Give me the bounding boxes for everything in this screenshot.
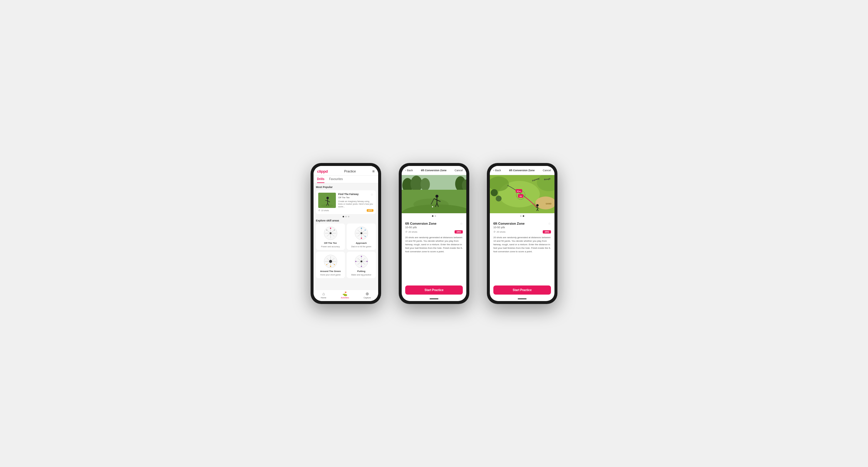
drill-range: 10-50 yds [405,226,436,229]
hero-photo [402,175,466,213]
nav-home[interactable]: ⌂ Home [321,291,327,299]
svg-point-61 [361,261,362,262]
phone2-detail-body: 6ft Conversion Zone 10-50 yds ☆ ⏱ 20 sho… [402,219,466,283]
svg-point-78 [432,206,433,207]
hero-photo-inner [402,175,466,213]
start-practice-button[interactable]: Start Practice [405,286,463,295]
menu-icon[interactable]: ≡ [372,169,375,174]
skill-around-the-green[interactable]: Around The Green Hone your short game [316,252,345,278]
nav-activities[interactable]: ⛳ Activities [341,291,349,299]
shots-info: ⏱ 20 shots [405,231,417,233]
favourite-star-icon[interactable]: ☆ [371,193,373,197]
svg-point-57 [361,256,362,257]
capture-icon: ⊕ [366,291,369,296]
drill-subtitle: Off The Tee [338,196,373,199]
carousel-dots [316,216,376,218]
phone-1-screen: clippd Practice ≡ Drills Favourites Most… [313,166,378,301]
phone1-body: Most Popular [313,183,378,290]
drill-title: 6ft Conversion Zone [493,222,525,225]
putting-icon [354,254,369,269]
approach-sub: Dial-in to hit the green [351,245,371,247]
course-map-svg: Miss Hit Fairway Rough SAND [490,175,555,213]
skill-approach[interactable]: Approach Dial-in to hit the green [347,224,376,250]
hero-map-inner: Miss Hit Fairway Rough SAND [490,175,555,213]
chevron-left-icon: ‹ [493,169,494,172]
drill-badge: OTT [367,209,373,212]
hero-dots [402,214,466,218]
svg-point-19 [326,230,327,231]
shots-row: ⏱ 20 shots ARG [493,230,551,234]
svg-point-32 [365,236,366,237]
hero-dots [490,214,555,218]
phone-3: ‹ Back 6ft Conversion Zone Cancel [487,163,557,304]
skill-putting[interactable]: Putting Make and lag practice [347,252,376,278]
back-button[interactable]: ‹ Back [493,169,501,172]
dot-2 [523,215,524,217]
home-indicator [518,298,527,299]
svg-point-64 [410,176,422,192]
atg-title: Around The Green [320,270,341,273]
drill-description: 20 shots are randomly generated at dista… [493,236,551,254]
drill-description: Create an imaginary fairway using trees … [338,200,373,208]
svg-point-2 [327,197,329,199]
hero-photo-svg [402,175,466,213]
phone-2-screen: ‹ Back 6ft Conversion Zone Cancel [402,166,466,301]
dot-1 [520,215,522,217]
approach-icon [354,226,369,240]
explore-label: Explore skill areas [316,219,376,222]
drill-shots: ⏱ 10 shots [318,209,329,211]
home-icon: ⌂ [322,291,325,296]
phone3-header: ‹ Back 6ft Conversion Zone Cancel [490,166,555,175]
tab-favourites[interactable]: Favourites [329,176,343,183]
atg-icon [323,254,338,269]
start-practice-button[interactable]: Start Practice [493,286,551,295]
nav-capture[interactable]: ⊕ Capture [364,291,371,299]
clippd-logo: clippd [317,169,328,174]
drill-title: 6ft Conversion Zone [405,222,436,225]
nav-home-label: Home [321,297,327,299]
svg-point-71 [435,195,438,198]
drill-title-group: 6ft Conversion Zone 10-50 yds [493,222,525,229]
svg-point-46 [334,264,335,265]
svg-text:Hit: Hit [520,195,522,197]
favourite-star-icon[interactable]: ☆ [548,222,551,226]
svg-point-58 [361,266,362,267]
svg-point-65 [421,178,430,191]
dot-3 [348,216,349,218]
svg-text:Miss: Miss [517,190,521,192]
drill-badge: ARG [543,230,551,234]
cancel-button[interactable]: Cancel [543,169,551,172]
phone-2: ‹ Back 6ft Conversion Zone Cancel [399,163,469,304]
svg-point-45 [326,264,327,265]
svg-point-34 [361,232,362,234]
phone1-page-title: Practice [344,169,356,173]
svg-point-60 [366,261,368,262]
phone1-header: clippd Practice ≡ [313,166,378,176]
svg-point-85 [496,196,502,201]
svg-point-84 [491,189,498,196]
drill-image-inner [318,193,336,208]
approach-title: Approach [356,242,367,244]
favourite-star-icon[interactable]: ☆ [460,222,463,226]
phone-1: clippd Practice ≡ Drills Favourites Most… [311,163,381,304]
ott-title: Off The Tee [324,242,337,244]
svg-point-93 [536,204,538,206]
title-row: 6ft Conversion Zone 10-50 yds ☆ [493,222,551,229]
svg-point-44 [330,266,331,267]
svg-point-30 [361,228,362,229]
hero-map: Miss Hit Fairway Rough SAND [490,175,555,213]
drill-range: 10-50 yds [493,226,525,229]
skill-off-the-tee[interactable]: Off The Tee Power and accuracy [316,224,345,250]
clock-icon: ⏱ [493,231,496,233]
svg-point-20 [330,232,332,234]
featured-drill-card[interactable]: Find The Fairway Off The Tee Create an i… [316,190,376,214]
nav-activities-label: Activities [341,297,349,299]
back-button[interactable]: ‹ Back [405,169,413,172]
atg-sub: Hone your short game [320,274,341,276]
cancel-button[interactable]: Cancel [455,169,463,172]
svg-point-18 [334,230,335,231]
tab-drills[interactable]: Drills [317,176,324,183]
nav-capture-label: Capture [364,297,371,299]
drill-description: 20 shots are randomly generated at dista… [405,236,463,254]
ott-sub: Power and accuracy [321,245,340,247]
